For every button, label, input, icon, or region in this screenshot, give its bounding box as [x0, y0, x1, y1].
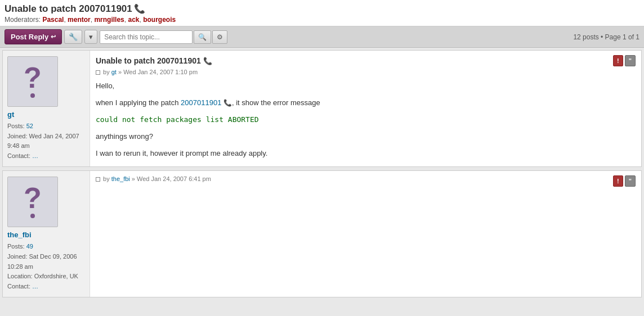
moderators-line: Moderators: Pascal, mentor, mrngilles, a…	[5, 16, 639, 24]
search-input[interactable]	[100, 30, 193, 44]
post-1-meta-text: by gt » by gt » Wed Jan 24, 2007 1:10 pm…	[103, 69, 198, 75]
post-1-title-row: Unable to patch 2007011901 📞 ! "	[96, 55, 636, 66]
search-button[interactable]: 🔍	[194, 30, 211, 44]
avatar-dot-2	[30, 214, 35, 218]
user-meta-2: Posts: 49 Joined: Sat Dec 09, 2006 10:28…	[7, 242, 85, 291]
joined-label-2: Joined: Sat Dec 09, 2006 10:28 am	[7, 252, 85, 272]
post-2-main: by the_fbi » Wed Jan 24, 2007 6:41 pm ! …	[90, 171, 641, 297]
post-1-main: Unable to patch 2007011901 📞 ! " by gt »…	[90, 51, 641, 166]
toolbar-left: Post Reply ↩ 🔧 ▾ 🔍 ⚙	[5, 29, 227, 44]
avatar-1: ?	[7, 56, 58, 107]
page-title-row: Unable to patch 2007011901 📞	[5, 3, 639, 15]
wrench-button[interactable]: 🔧	[64, 30, 82, 44]
user-meta-1: Posts: 52 Joined: Wed Jan 24, 2007 9:48 …	[7, 121, 85, 161]
username-2: the_fbi	[7, 231, 32, 239]
posts-count-2: 49	[26, 243, 33, 250]
page-header: Unable to patch 2007011901 📞 Moderators:…	[0, 0, 644, 26]
chevron-down-icon: ▾	[89, 33, 93, 41]
body-line-1-0: Hello,	[96, 80, 636, 92]
post-2-meta: by the_fbi » Wed Jan 24, 2007 6:41 pm	[96, 175, 211, 182]
avatar-2: ?	[7, 177, 58, 227]
post-1-sidebar: ? gt Posts: 52 Joined: Wed Jan 24, 2007 …	[3, 51, 90, 166]
main-content: ? gt Posts: 52 Joined: Wed Jan 24, 2007 …	[0, 48, 644, 303]
joined-date-1: Wed Jan 24, 2007 9:48 am	[7, 133, 79, 150]
post-1: ? gt Posts: 52 Joined: Wed Jan 24, 2007 …	[2, 50, 642, 167]
body-line-1-1: when I applying the patch 2007011901 📞, …	[96, 97, 636, 109]
post-2: ? the_fbi Posts: 49 Joined: Sat Dec 09, …	[2, 170, 642, 297]
post-2-sidebar: ? the_fbi Posts: 49 Joined: Sat Dec 09, …	[3, 171, 90, 297]
posts-count-1: 52	[26, 123, 33, 129]
patch-link-1[interactable]: 2007011901	[181, 98, 221, 107]
post-2-meta-row: by the_fbi » Wed Jan 24, 2007 6:41 pm ! …	[96, 175, 636, 187]
username-link-2[interactable]: the_fbi	[7, 231, 32, 239]
mini-post-icon-2	[96, 177, 100, 182]
post-author-link-2[interactable]: the_fbi	[111, 175, 130, 182]
post-1-action-btns: ! "	[613, 55, 636, 66]
phone-icon-post1: 📞	[203, 57, 212, 65]
post-2-action-btns: ! "	[613, 175, 636, 187]
report-btn-1[interactable]: !	[613, 55, 623, 66]
post-2-inner: ? the_fbi Posts: 49 Joined: Sat Dec 09, …	[3, 171, 641, 297]
moderators-label: Moderators:	[5, 16, 41, 24]
pagination-info: 12 posts • Page 1 of 1	[573, 33, 639, 41]
toolbar: Post Reply ↩ 🔧 ▾ 🔍 ⚙ 12 posts • Page 1 o…	[0, 26, 644, 48]
body-line-1-3: anythings wrong?	[96, 130, 636, 143]
phone-icon-title: 📞	[134, 4, 145, 13]
post-1-meta: by gt » by gt » Wed Jan 24, 2007 1:10 pm…	[96, 69, 636, 75]
avatar-question-mark: ?	[24, 63, 42, 92]
report-btn-2[interactable]: !	[613, 175, 623, 187]
location-2: Location: Oxfordshire, UK	[7, 272, 85, 282]
avatar-dot	[30, 93, 35, 98]
username-1: gt	[7, 110, 14, 119]
post-reply-label: Post Reply	[11, 33, 48, 41]
settings-button[interactable]: ⚙	[212, 30, 227, 44]
quote-btn-2[interactable]: "	[625, 175, 636, 187]
post-1-inner: ? gt Posts: 52 Joined: Wed Jan 24, 2007 …	[3, 51, 641, 166]
contact-line-1: Contact: …	[7, 151, 85, 161]
pagination-text: 12 posts • Page 1 of 1	[573, 33, 639, 41]
post-reply-button[interactable]: Post Reply ↩	[5, 29, 62, 44]
contact-link-2[interactable]: …	[32, 283, 38, 290]
moderator-pascal[interactable]: Pascal	[42, 16, 64, 24]
posts-label-2: Posts: 49	[7, 242, 85, 252]
mini-post-icon-1	[96, 70, 100, 75]
joined-date-2: Sat Dec 09, 2006 10:28 am	[7, 253, 77, 270]
body-line-1-4: I wan to rerun it, however it prompt me …	[96, 147, 636, 160]
posts-label-1: Posts: 52	[7, 121, 85, 132]
joined-label-1: Joined: Wed Jan 24, 2007 9:48 am	[7, 132, 85, 151]
wrench-icon: 🔧	[69, 33, 78, 41]
moderator-mentor[interactable]: mentor	[68, 16, 91, 24]
search-icon: 🔍	[198, 33, 207, 41]
post-1-topic-title: Unable to patch 2007011901 📞	[96, 56, 212, 65]
contact-link-1[interactable]: …	[32, 152, 38, 159]
quote-btn-1[interactable]: "	[625, 55, 636, 66]
page-title: Unable to patch 2007011901	[5, 3, 132, 14]
reply-arrow-icon: ↩	[51, 33, 56, 40]
avatar-question-mark-2: ?	[24, 183, 42, 213]
moderator-bourgeois[interactable]: bourgeois	[143, 16, 176, 24]
username-link-1[interactable]: gt	[7, 110, 14, 119]
contact-line-2: Contact: …	[7, 282, 85, 292]
body-line-1-2: could not fetch packages list ABORTED	[96, 114, 636, 126]
moderator-ack[interactable]: ack	[128, 16, 139, 24]
aborted-text: could not fetch packages list ABORTED	[96, 115, 259, 124]
moderator-mrngilles[interactable]: mrngilles	[94, 16, 124, 24]
post-1-body: Hello, when I applying the patch 2007011…	[96, 80, 636, 160]
search-wrap: 🔍 ⚙	[100, 30, 227, 44]
post-author-link-1[interactable]: gt	[111, 69, 117, 75]
post-2-meta-text: by the_fbi » Wed Jan 24, 2007 6:41 pm	[103, 175, 211, 182]
settings-icon: ⚙	[217, 33, 223, 41]
dropdown-button[interactable]: ▾	[84, 30, 97, 44]
patch-phone-icon: 📞	[223, 99, 232, 107]
